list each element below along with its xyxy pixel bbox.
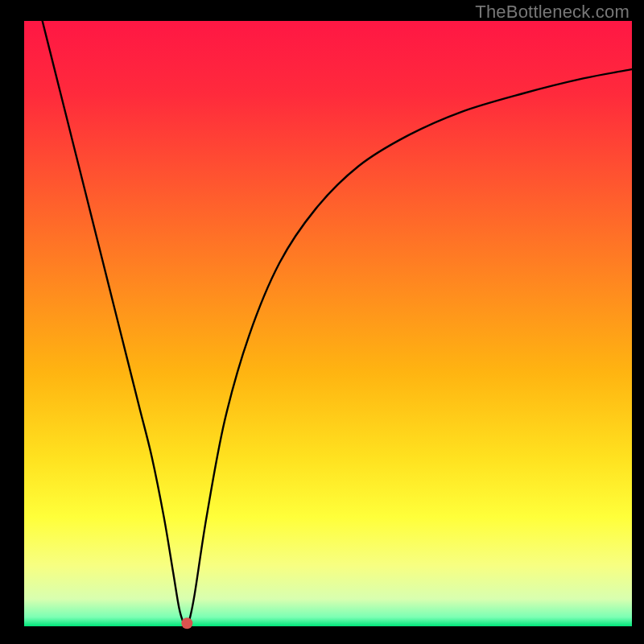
plot-background <box>24 21 632 626</box>
bottleneck-chart <box>0 0 644 644</box>
chart-frame: TheBottleneck.com <box>0 0 644 644</box>
optimal-point-marker <box>181 617 192 629</box>
